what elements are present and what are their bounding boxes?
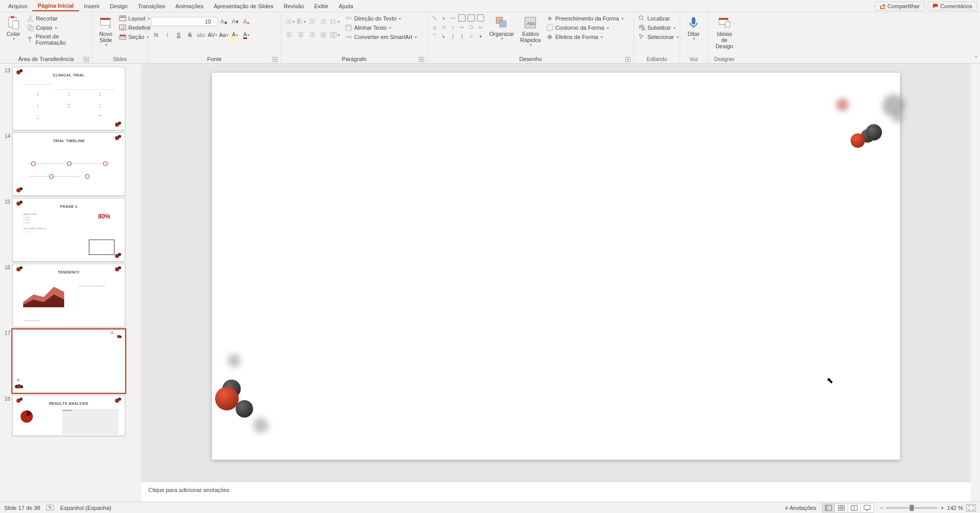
menu-inserir[interactable]: Inserir	[79, 2, 105, 11]
clear-formatting-button[interactable]: Aᵩ	[241, 16, 252, 27]
shape-triangle-icon[interactable]: △	[431, 24, 438, 31]
change-case-button[interactable]: Aa▾	[219, 30, 229, 40]
columns-button[interactable]: ▾	[330, 30, 340, 40]
slide-thumbnail-17[interactable]	[12, 329, 125, 393]
increase-indent-button[interactable]	[318, 16, 329, 27]
italic-button[interactable]: I	[162, 30, 172, 40]
zoom-out-button[interactable]: −	[880, 505, 883, 511]
shape-brace-icon[interactable]: {	[449, 33, 456, 40]
shapes-gallery[interactable]: ＼ ↘ — △ ◇ ○ ⇨ ⬡ ⇦ ⌒ ↳ { } ☆ ▾	[431, 14, 485, 41]
align-left-button[interactable]	[284, 30, 295, 40]
notes-pane[interactable]: Clique para adicionar anotações	[141, 481, 971, 502]
bold-button[interactable]: N	[151, 30, 161, 40]
dialog-launcher-icon[interactable]: ⬊	[84, 57, 89, 62]
reading-view-button[interactable]	[848, 503, 861, 512]
font-color-button[interactable]: A▾	[241, 30, 252, 40]
slide-thumbnail-14[interactable]: TRIAL TIMELINE	[12, 132, 125, 196]
slide-thumbnail-13[interactable]: CLINICAL TRIAL ○•••□•••◇••• ○•••□□••••••…	[12, 67, 125, 130]
numbering-button[interactable]: 123▾	[296, 16, 306, 27]
localizar-button[interactable]: Localizar	[637, 14, 671, 23]
shape-arrow-icon[interactable]: ↘	[440, 14, 447, 22]
layout-button[interactable]: Layout▾	[118, 14, 152, 23]
shape-arrow2-icon[interactable]: ⇨	[458, 24, 466, 31]
sorter-view-button[interactable]	[835, 503, 848, 512]
dialog-launcher-icon[interactable]: ⬊	[625, 57, 630, 62]
shape-fill-button[interactable]: Preenchimento da Forma▾	[545, 14, 625, 23]
shape-rect-icon[interactable]	[458, 14, 466, 22]
zoom-slider[interactable]	[886, 507, 937, 509]
shape-outline-button[interactable]: Contorno da Forma▾	[545, 24, 625, 32]
zoom-in-button[interactable]: +	[940, 505, 944, 511]
notes-toggle[interactable]: ≡ Anotações	[785, 505, 816, 511]
selecionar-button[interactable]: Selecionar▾	[637, 33, 680, 41]
ditar-button[interactable]: Ditar▾	[683, 14, 704, 43]
increase-font-button[interactable]: A▴	[219, 16, 229, 27]
shadow-button[interactable]: abc	[196, 30, 206, 40]
font-name-input[interactable]	[151, 17, 203, 26]
zoom-level[interactable]: 142 %	[947, 505, 963, 511]
line-spacing-button[interactable]: ▾	[330, 16, 340, 27]
align-right-button[interactable]	[307, 30, 317, 40]
pincel-button[interactable]: Pincel de Formatação	[26, 33, 89, 46]
shape-star-icon[interactable]: ☆	[468, 33, 475, 40]
colar-button[interactable]: Colar ▾	[3, 14, 24, 43]
estilos-rapidos-button[interactable]: Abc Estilos Rápidos▾	[518, 14, 543, 49]
collapse-ribbon-icon[interactable]: ⌃	[974, 55, 978, 61]
text-direction-button[interactable]: IIADireção do Texto▾	[344, 14, 418, 23]
copiar-button[interactable]: Copiar▾	[26, 24, 89, 32]
decrease-indent-button[interactable]	[307, 16, 317, 27]
shape-rect2-icon[interactable]	[468, 14, 475, 22]
shape-arrow3-icon[interactable]: ⇦	[477, 24, 484, 31]
slide-thumbnail-15[interactable]: PHASE 1 80% SAMPLE SIZE• ••••••••• •••••…	[12, 198, 125, 262]
compartilhar-button[interactable]: Compartilhar	[875, 2, 925, 11]
recortar-button[interactable]: Recortar	[26, 14, 89, 23]
shape-roundrect-icon[interactable]	[477, 14, 484, 22]
menu-ajuda[interactable]: Ajuda	[334, 2, 358, 11]
ideias-design-button[interactable]: Ideias de Design	[711, 14, 738, 50]
menu-pagina-inicial[interactable]: Página Inicial	[32, 1, 79, 11]
vertical-scrollbar[interactable]	[971, 64, 980, 502]
menu-arquivo[interactable]: Arquivo	[3, 2, 32, 11]
shape-more-icon[interactable]: ▾	[477, 33, 484, 40]
novo-slide-button[interactable]: + Novo Slide ▾	[95, 14, 116, 49]
slideshow-button[interactable]	[860, 503, 874, 512]
menu-exibir[interactable]: Exibir	[309, 2, 334, 11]
char-spacing-button[interactable]: AV▾	[207, 30, 218, 40]
justify-button[interactable]	[318, 30, 329, 40]
highlight-button[interactable]: A▾	[230, 30, 240, 40]
slide-thumbnails-panel[interactable]: 13 CLINICAL TRIAL ○•••□•••◇••• ○•••□□•••…	[0, 64, 141, 502]
shape-connector-icon[interactable]: ↳	[440, 33, 447, 40]
shape-brace2-icon[interactable]: }	[458, 33, 466, 40]
strike-button[interactable]: S	[185, 30, 195, 40]
shape-effects-button[interactable]: Efeitos de Forma▾	[545, 33, 625, 41]
fit-to-window-button[interactable]: ⛶	[966, 504, 976, 511]
menu-apresentacao[interactable]: Apresentação de Slides	[208, 2, 278, 11]
spell-check-icon[interactable]: ✎	[46, 505, 54, 510]
shape-curve-icon[interactable]: ⌒	[431, 33, 438, 40]
secao-button[interactable]: Seção▾	[118, 33, 152, 41]
dialog-launcher-icon[interactable]: ⬊	[273, 57, 278, 62]
slide-thumbnail-18[interactable]: RESULTS ANALYSIS world map	[12, 395, 125, 436]
menu-animacoes[interactable]: Animações	[170, 2, 208, 11]
shape-diamond-icon[interactable]: ◇	[440, 24, 447, 31]
shape-circle-icon[interactable]: ○	[449, 24, 456, 31]
normal-view-button[interactable]	[822, 503, 835, 512]
comentarios-button[interactable]: Comentários	[928, 2, 977, 11]
menu-transicoes[interactable]: Transições	[132, 2, 170, 11]
align-text-button[interactable]: Alinhar Texto▾	[344, 24, 418, 32]
status-language[interactable]: Espanhol (Espanha)	[60, 505, 111, 511]
underline-button[interactable]: S	[174, 30, 184, 40]
smartart-button[interactable]: Converter em SmartArt▾	[344, 33, 418, 41]
dialog-launcher-icon[interactable]: ⬊	[419, 57, 424, 62]
bullets-button[interactable]: ▾	[284, 16, 295, 27]
substituir-button[interactable]: abacSubstituir▾	[637, 24, 677, 32]
font-size-input[interactable]	[203, 17, 217, 26]
shape-line-icon[interactable]: ＼	[431, 14, 438, 22]
canvas-scroll[interactable]: ⬉	[141, 64, 971, 481]
slide-thumbnail-16[interactable]: TENDENCY •••••• ••••• •••••• ••••• •••••…	[12, 264, 125, 327]
menu-revisao[interactable]: Revisão	[278, 2, 309, 11]
shape-line2-icon[interactable]: —	[449, 14, 456, 22]
decrease-font-button[interactable]: A▾	[230, 16, 240, 27]
shape-hex-icon[interactable]: ⬡	[468, 24, 475, 31]
align-center-button[interactable]	[296, 30, 306, 40]
